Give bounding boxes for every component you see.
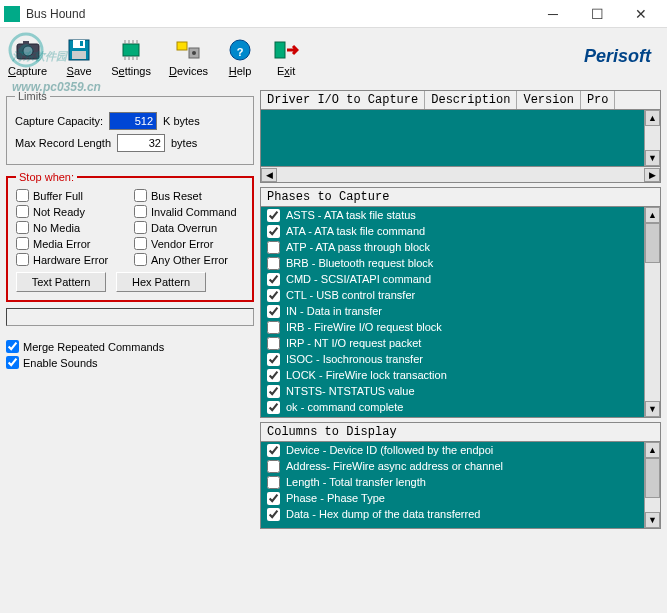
phase-checkbox[interactable] xyxy=(267,273,280,286)
phase-item[interactable]: ok - command complete xyxy=(261,399,660,415)
phase-item[interactable]: IN - Data in transfer xyxy=(261,303,660,319)
column-item[interactable]: Device - Device ID (followed by the endp… xyxy=(261,442,660,458)
settings-button[interactable]: Settings xyxy=(111,36,151,77)
stopwhen-checkbox-2[interactable] xyxy=(16,205,29,218)
column-checkbox[interactable] xyxy=(267,444,280,457)
scroll-left-icon[interactable]: ◀ xyxy=(261,168,277,182)
scroll-right-icon[interactable]: ▶ xyxy=(644,168,660,182)
phase-label: ASTS - ATA task file status xyxy=(286,207,416,223)
maximize-button[interactable]: ☐ xyxy=(575,0,619,28)
status-bar xyxy=(6,308,254,326)
window-title: Bus Hound xyxy=(26,7,531,21)
scroll-up-icon[interactable]: ▲ xyxy=(645,110,660,126)
phase-checkbox[interactable] xyxy=(267,225,280,238)
column-checkbox[interactable] xyxy=(267,460,280,473)
svg-point-19 xyxy=(192,51,196,55)
stopwhen-checkbox-6[interactable] xyxy=(16,237,29,250)
titlebar: Bus Hound ─ ☐ ✕ xyxy=(0,0,667,28)
capture-button[interactable]: Capture xyxy=(8,36,47,77)
phase-item[interactable]: CMD - SCSI/ATAPI command xyxy=(261,271,660,287)
svg-rect-6 xyxy=(80,41,83,46)
phase-checkbox[interactable] xyxy=(267,401,280,414)
phase-checkbox[interactable] xyxy=(267,257,280,270)
driver-list[interactable]: ▲ ▼ xyxy=(260,109,661,167)
stopwhen-checkbox-3[interactable] xyxy=(134,205,147,218)
phase-item[interactable]: BRB - Bluetooth request block xyxy=(261,255,660,271)
stopwhen-checkbox-8[interactable] xyxy=(16,253,29,266)
stopwhen-label-9: Any Other Error xyxy=(151,254,228,266)
column-item[interactable]: Address- FireWire async address or chann… xyxy=(261,458,660,474)
column-item[interactable]: Phase - Phase Type xyxy=(261,490,660,506)
column-checkbox[interactable] xyxy=(267,492,280,505)
stopwhen-checkbox-0[interactable] xyxy=(16,189,29,202)
stopwhen-checkbox-7[interactable] xyxy=(134,237,147,250)
phase-item[interactable]: ISOC - Isochronous transfer xyxy=(261,351,660,367)
left-panel: Limits Capture Capacity: K bytes Max Rec… xyxy=(0,84,260,613)
phase-checkbox[interactable] xyxy=(267,241,280,254)
columns-title: Columns to Display xyxy=(260,422,661,441)
hex-pattern-button[interactable]: Hex Pattern xyxy=(116,272,206,292)
exit-button[interactable]: Exit xyxy=(272,36,300,77)
scroll-down-icon[interactable]: ▼ xyxy=(645,150,660,166)
stopwhen-checkbox-5[interactable] xyxy=(134,221,147,234)
sounds-checkbox[interactable] xyxy=(6,356,19,369)
close-button[interactable]: ✕ xyxy=(619,0,663,28)
phase-item[interactable]: IRP - NT I/O request packet xyxy=(261,335,660,351)
driver-column-header[interactable]: Pro xyxy=(581,91,616,109)
stopwhen-checkbox-1[interactable] xyxy=(134,189,147,202)
driver-column-header[interactable]: Description xyxy=(425,91,517,109)
scroll-up-icon[interactable]: ▲ xyxy=(645,207,660,223)
scroll-thumb[interactable] xyxy=(645,223,660,263)
phase-checkbox[interactable] xyxy=(267,289,280,302)
scroll-thumb[interactable] xyxy=(645,458,660,498)
phases-list[interactable]: ASTS - ATA task file statusATA - ATA tas… xyxy=(260,206,661,418)
text-pattern-button[interactable]: Text Pattern xyxy=(16,272,106,292)
phase-checkbox[interactable] xyxy=(267,337,280,350)
stopwhen-group: Stop when: Buffer FullBus ResetNot Ready… xyxy=(6,171,254,302)
minimize-button[interactable]: ─ xyxy=(531,0,575,28)
phase-checkbox[interactable] xyxy=(267,353,280,366)
phase-checkbox[interactable] xyxy=(267,209,280,222)
phase-checkbox[interactable] xyxy=(267,321,280,334)
driver-column-header[interactable]: Driver I/O to Capture xyxy=(261,91,425,109)
devices-button[interactable]: Devices xyxy=(169,36,208,77)
phase-item[interactable]: ATP - ATA pass through block xyxy=(261,239,660,255)
capacity-unit: K bytes xyxy=(163,115,200,127)
phase-item[interactable]: CTL - USB control transfer xyxy=(261,287,660,303)
scroll-down-icon[interactable]: ▼ xyxy=(645,401,660,417)
column-label: Data - Hex dump of the data transferred xyxy=(286,506,480,522)
column-item[interactable]: Data - Hex dump of the data transferred xyxy=(261,506,660,522)
phase-item[interactable]: NTSTS- NTSTATUS value xyxy=(261,383,660,399)
scrollbar-vertical[interactable]: ▲ ▼ xyxy=(644,110,660,166)
column-checkbox[interactable] xyxy=(267,476,280,489)
stopwhen-checkbox-9[interactable] xyxy=(134,253,147,266)
phase-item[interactable]: IRB - FireWire I/O request block xyxy=(261,319,660,335)
scroll-down-icon[interactable]: ▼ xyxy=(645,512,660,528)
column-item[interactable]: Length - Total transfer length xyxy=(261,474,660,490)
capacity-input[interactable] xyxy=(109,112,157,130)
save-button[interactable]: Save xyxy=(65,36,93,77)
phase-label: ATP - ATA pass through block xyxy=(286,239,430,255)
columns-list[interactable]: Device - Device ID (followed by the endp… xyxy=(260,441,661,529)
phase-item[interactable]: ASTS - ATA task file status xyxy=(261,207,660,223)
phase-checkbox[interactable] xyxy=(267,385,280,398)
column-label: Address- FireWire async address or chann… xyxy=(286,458,503,474)
scrollbar-vertical[interactable]: ▲ ▼ xyxy=(644,207,660,417)
column-checkbox[interactable] xyxy=(267,508,280,521)
merge-checkbox[interactable] xyxy=(6,340,19,353)
phase-checkbox[interactable] xyxy=(267,369,280,382)
stopwhen-checkbox-4[interactable] xyxy=(16,221,29,234)
phase-checkbox[interactable] xyxy=(267,305,280,318)
scroll-up-icon[interactable]: ▲ xyxy=(645,442,660,458)
scrollbar-horizontal[interactable]: ◀ ▶ xyxy=(260,167,661,183)
phase-item[interactable]: LOCK - FireWire lock transaction xyxy=(261,367,660,383)
phase-label: LOCK - FireWire lock transaction xyxy=(286,367,447,383)
maxlen-input[interactable] xyxy=(117,134,165,152)
driver-header: Driver I/O to CaptureDescriptionVersionP… xyxy=(260,90,661,109)
phase-item[interactable]: ATA - ATA task file command xyxy=(261,223,660,239)
settings-label: Settings xyxy=(111,65,151,77)
limits-group: Limits Capture Capacity: K bytes Max Rec… xyxy=(6,90,254,165)
driver-column-header[interactable]: Version xyxy=(517,91,580,109)
help-button[interactable]: ? Help xyxy=(226,36,254,77)
scrollbar-vertical[interactable]: ▲ ▼ xyxy=(644,442,660,528)
